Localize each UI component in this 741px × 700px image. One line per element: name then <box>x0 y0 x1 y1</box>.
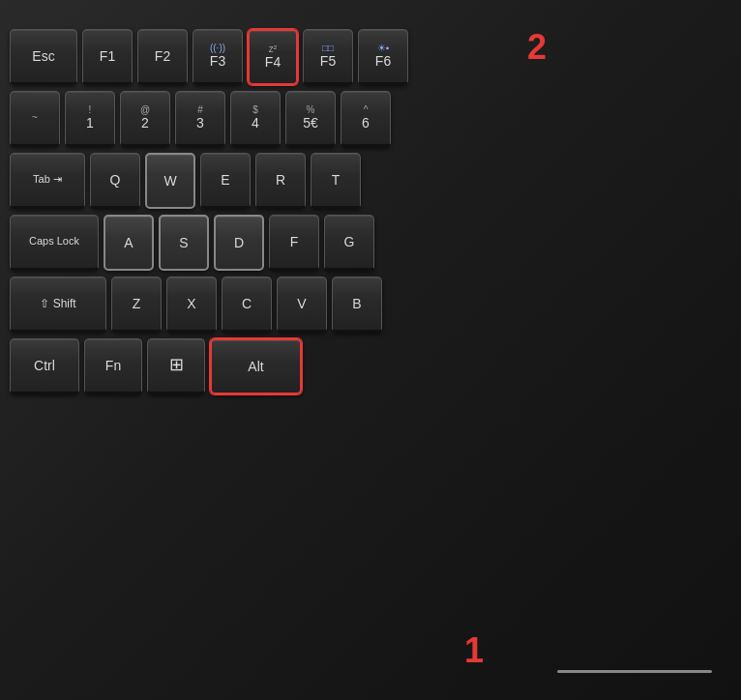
key-b[interactable]: B <box>332 277 382 333</box>
number-key-row: ~ ! 1 @ 2 # 3 $ 4 % 5€ <box>10 91 731 147</box>
qwerty-key-row: Tab ⇥ Q W E R T <box>10 153 731 209</box>
key-c[interactable]: C <box>222 277 272 333</box>
key-2[interactable]: @ 2 <box>120 91 170 147</box>
key-z[interactable]: Z <box>111 277 162 333</box>
key-f1[interactable]: F1 <box>82 29 133 85</box>
key-a[interactable]: A <box>104 215 154 271</box>
zxcv-key-row: ⇧ Shift Z X C V B <box>10 277 731 333</box>
key-d[interactable]: D <box>214 215 264 271</box>
key-5[interactable]: % 5€ <box>285 91 336 147</box>
key-6[interactable]: ^ 6 <box>341 91 391 147</box>
fn-key-row: Esc F1 F2 ((·)) F3 z² F4 □□ F5 ☀▪ F6 <box>10 29 731 85</box>
key-e[interactable]: E <box>200 153 251 209</box>
annotation-1: 1 <box>464 630 484 671</box>
key-tilde[interactable]: ~ <box>10 91 60 147</box>
key-t[interactable]: T <box>311 153 361 209</box>
keyboard-rows: Esc F1 F2 ((·)) F3 z² F4 □□ F5 ☀▪ F6 <box>10 19 731 394</box>
key-3[interactable]: # 3 <box>175 91 225 147</box>
key-x[interactable]: X <box>166 277 217 333</box>
key-tab[interactable]: Tab ⇥ <box>10 153 85 209</box>
annotation-2: 2 <box>527 27 547 68</box>
key-w[interactable]: W <box>145 153 195 209</box>
bottom-key-row: Ctrl Fn ⊞ Alt <box>10 338 731 394</box>
key-f[interactable]: F <box>269 215 319 271</box>
key-f4[interactable]: z² F4 <box>248 29 298 85</box>
key-4[interactable]: $ 4 <box>230 91 281 147</box>
key-g[interactable]: G <box>324 215 374 271</box>
key-f5[interactable]: □□ F5 <box>303 29 353 85</box>
key-f6[interactable]: ☀▪ F6 <box>358 29 408 85</box>
key-esc[interactable]: Esc <box>10 29 77 85</box>
key-f3[interactable]: ((·)) F3 <box>193 29 243 85</box>
key-1[interactable]: ! 1 <box>65 91 115 147</box>
key-v[interactable]: V <box>277 277 327 333</box>
key-win[interactable]: ⊞ <box>147 338 205 394</box>
key-ctrl[interactable]: Ctrl <box>10 338 79 394</box>
keyboard-background: Esc F1 F2 ((·)) F3 z² F4 □□ F5 ☀▪ F6 <box>0 0 741 700</box>
bottom-line-decoration <box>557 670 712 673</box>
asdf-key-row: Caps Lock A S D F G <box>10 215 731 271</box>
key-shift[interactable]: ⇧ Shift <box>10 277 106 333</box>
key-fn[interactable]: Fn <box>84 338 142 394</box>
key-alt[interactable]: Alt <box>210 338 302 394</box>
key-capslock[interactable]: Caps Lock <box>10 215 99 271</box>
key-q[interactable]: Q <box>90 153 140 209</box>
key-s[interactable]: S <box>159 215 209 271</box>
key-r[interactable]: R <box>255 153 306 209</box>
key-f2[interactable]: F2 <box>137 29 188 85</box>
